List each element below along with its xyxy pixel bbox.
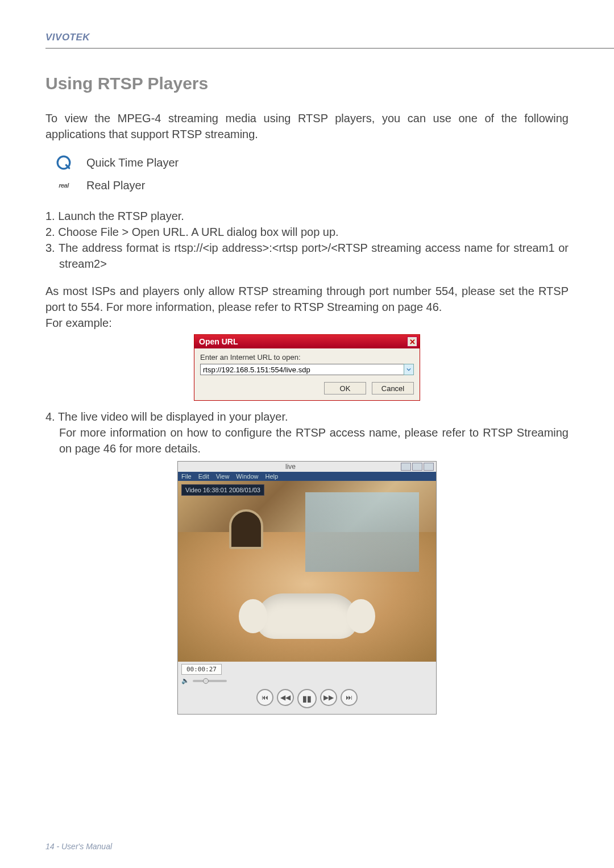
page-content: Using RTSP Players To view the MPEG-4 st…	[0, 49, 614, 715]
skip-forward-icon: ⏭	[346, 693, 352, 701]
rewind-button[interactable]: ◀◀	[277, 689, 294, 706]
menu-window[interactable]: Window	[236, 473, 258, 480]
app-realplayer-label: Real Player	[86, 179, 145, 192]
url-input-field[interactable]	[200, 364, 404, 375]
volume-thumb[interactable]	[203, 678, 209, 684]
dialog-cancel-button[interactable]: Cancel	[372, 382, 414, 394]
realplayer-icon: real	[55, 176, 73, 194]
dialog-title-bar: Open URL ✕	[194, 335, 420, 348]
skip-back-button[interactable]: ⏮	[256, 689, 273, 706]
page-header: VIVOTEK	[0, 0, 614, 49]
player-window-buttons	[401, 463, 434, 471]
app-quicktime-row: Quick Time Player	[55, 153, 569, 172]
player-window: live File Edit View Window Help	[177, 461, 437, 715]
step-3: 3. The address format is rtsp://<ip addr…	[45, 240, 569, 272]
open-url-dialog-wrap: Open URL ✕ Enter an Internet URL to open…	[45, 334, 569, 401]
player-title-text: live	[180, 463, 401, 471]
isp-note: As most ISPs and players only allow RTSP…	[45, 283, 569, 315]
close-icon: ✕	[409, 338, 416, 346]
step-1: 1. Launch the RTSP player.	[45, 208, 569, 224]
player-volume-row: 🔈	[178, 677, 436, 687]
step-4-sub: For more information on how to configure…	[59, 425, 569, 456]
timecode-display: 00:00:27	[181, 664, 222, 675]
pause-button[interactable]: ▮▮	[297, 689, 317, 708]
menu-edit[interactable]: Edit	[198, 473, 209, 480]
app-quicktime-label: Quick Time Player	[86, 156, 179, 169]
brand-label: VIVOTEK	[45, 32, 614, 43]
skip-back-icon: ⏮	[262, 693, 268, 701]
volume-slider[interactable]	[193, 680, 227, 682]
menu-file[interactable]: File	[181, 473, 192, 480]
supported-apps-list: Quick Time Player real Real Player	[55, 153, 569, 194]
chevron-down-icon	[406, 367, 411, 372]
dialog-close-button[interactable]: ✕	[407, 337, 417, 347]
dialog-title: Open URL	[199, 337, 238, 346]
video-display-area: Video 16:38:01 2008/01/03	[178, 481, 436, 662]
video-timestamp-overlay: Video 16:38:01 2008/01/03	[181, 484, 264, 496]
skip-forward-button[interactable]: ⏭	[341, 689, 358, 706]
menu-view[interactable]: View	[216, 473, 230, 480]
step-2: 2. Choose File > Open URL. A URL dialog …	[45, 224, 569, 240]
open-url-dialog: Open URL ✕ Enter an Internet URL to open…	[194, 334, 420, 401]
player-transport-controls: ⏮ ◀◀ ▮▮ ▶▶ ⏭	[178, 687, 436, 714]
for-example-label: For example:	[45, 315, 569, 331]
player-window-wrap: live File Edit View Window Help	[45, 461, 569, 715]
minimize-button[interactable]	[401, 463, 411, 471]
app-realplayer-row: real Real Player	[55, 176, 569, 194]
fast-forward-button[interactable]: ▶▶	[320, 689, 337, 706]
steps-list-2: 4. The live video will be displayed in y…	[45, 409, 569, 456]
intro-paragraph: To view the MPEG-4 streaming media using…	[45, 110, 569, 142]
player-time-bar: 00:00:27	[178, 662, 436, 677]
video-frame-illustration	[178, 481, 436, 662]
menu-help[interactable]: Help	[265, 473, 278, 480]
dialog-ok-button[interactable]: OK	[324, 382, 366, 394]
rewind-icon: ◀◀	[280, 693, 291, 701]
url-input-row	[200, 364, 414, 375]
maximize-button[interactable]	[412, 463, 422, 471]
dialog-button-row: OK Cancel	[200, 382, 414, 394]
pause-icon: ▮▮	[302, 694, 312, 703]
player-menu-bar: File Edit View Window Help	[178, 472, 436, 481]
dialog-body: Enter an Internet URL to open: OK Cancel	[194, 348, 420, 400]
player-title-bar: live	[178, 462, 436, 472]
dialog-field-label: Enter an Internet URL to open:	[200, 353, 414, 362]
step-4: 4. The live video will be displayed in y…	[45, 409, 569, 425]
quicktime-icon	[55, 153, 73, 172]
fast-forward-icon: ▶▶	[323, 693, 334, 701]
close-window-button[interactable]	[424, 463, 434, 471]
page-footer: 14 - User's Manual	[45, 842, 112, 851]
url-dropdown-button[interactable]	[404, 364, 414, 375]
steps-list: 1. Launch the RTSP player. 2. Choose Fil…	[45, 208, 569, 272]
speaker-icon: 🔈	[181, 677, 189, 684]
section-title: Using RTSP Players	[45, 74, 569, 93]
